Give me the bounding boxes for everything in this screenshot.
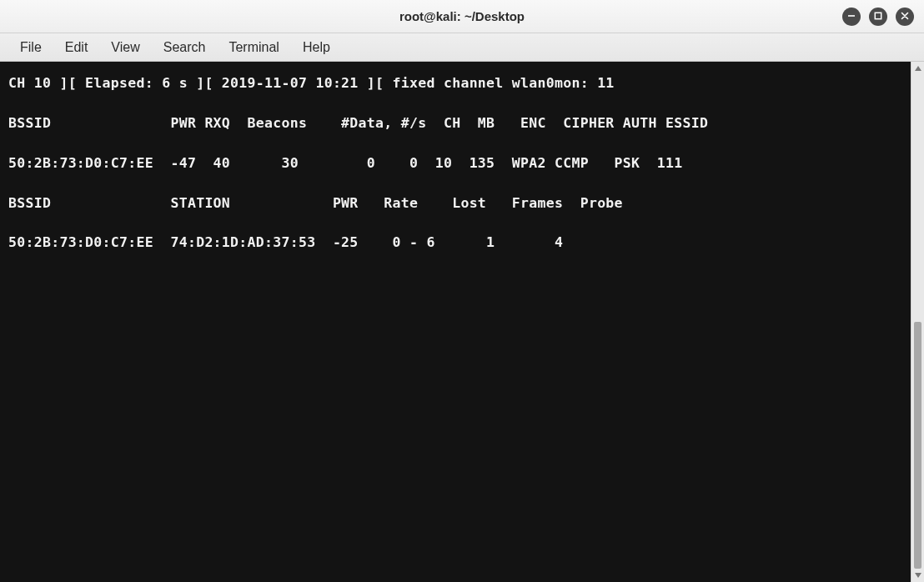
airodump-status-line: CH 10 ][ Elapsed: 6 s ][ 2019-11-07 10:2… xyxy=(8,75,615,91)
station-table-row: 50:2B:73:D0:C7:EE 74:D2:1D:AD:37:53 -25 … xyxy=(8,234,563,250)
menu-search[interactable]: Search xyxy=(152,37,218,58)
menu-file[interactable]: File xyxy=(8,37,53,58)
minimize-icon xyxy=(846,9,856,24)
ap-table-row: 50:2B:73:D0:C7:EE -47 40 30 0 0 10 135 W… xyxy=(8,155,682,171)
terminal-output[interactable]: CH 10 ][ Elapsed: 6 s ][ 2019-11-07 10:2… xyxy=(0,62,911,582)
menu-view[interactable]: View xyxy=(99,37,151,58)
ap-table-header: BSSID PWR RXQ Beacons #Data, #/s CH MB E… xyxy=(8,115,708,131)
scroll-arrow-up-icon[interactable] xyxy=(911,62,924,75)
svg-rect-0 xyxy=(848,15,855,17)
svg-rect-1 xyxy=(875,13,881,18)
menu-terminal[interactable]: Terminal xyxy=(217,37,290,58)
scroll-track[interactable] xyxy=(911,75,924,569)
menu-edit[interactable]: Edit xyxy=(53,37,100,58)
window-controls xyxy=(842,8,914,26)
menubar: File Edit View Search Terminal Help xyxy=(0,33,924,62)
vertical-scrollbar[interactable] xyxy=(911,62,924,582)
scroll-thumb[interactable] xyxy=(914,322,921,569)
terminal-container: CH 10 ][ Elapsed: 6 s ][ 2019-11-07 10:2… xyxy=(0,62,924,582)
maximize-button[interactable] xyxy=(869,8,887,26)
titlebar: root@kali: ~/Desktop xyxy=(0,0,924,33)
minimize-button[interactable] xyxy=(842,8,861,26)
maximize-icon xyxy=(873,9,883,24)
menu-help[interactable]: Help xyxy=(291,37,342,58)
scroll-arrow-down-icon[interactable] xyxy=(911,569,924,582)
close-icon xyxy=(900,9,910,24)
window-title: root@kali: ~/Desktop xyxy=(399,9,525,23)
close-button[interactable] xyxy=(896,8,914,26)
station-table-header: BSSID STATION PWR Rate Lost Frames Probe xyxy=(8,195,623,211)
